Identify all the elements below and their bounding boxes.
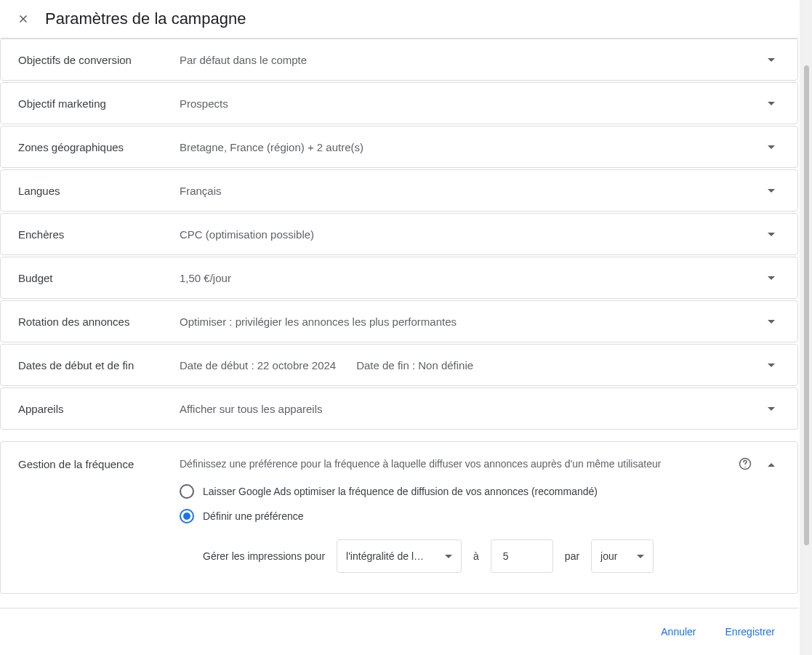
row-label: Budget [18,272,180,284]
help-icon[interactable] [738,457,752,471]
per-label: par [565,550,579,562]
scope-dropdown[interactable]: l'intégralité de l… [337,539,462,573]
chevron-down-icon [763,182,780,199]
chevron-down-icon [763,356,780,374]
row-label: Gestion de la fréquence [18,457,180,470]
close-icon [17,12,30,25]
row-value: Français [180,185,763,197]
impression-count-input[interactable] [491,539,553,573]
end-date-value: Date de fin : Non définie [356,359,473,371]
save-button[interactable]: Enregistrer [720,622,781,642]
frequency-description: Définissez une préférence pour la fréque… [180,457,729,471]
radio-label: Définir une préférence [203,510,304,522]
radio-checked-icon [180,509,194,523]
radio-option-manual[interactable]: Définir une préférence [180,509,729,523]
modal-title: Paramètres de la campagne [45,9,246,28]
row-value: Par défaut dans le compte [180,54,763,66]
radio-label: Laisser Google Ads optimiser la fréquenc… [203,486,598,497]
row-bidding[interactable]: Enchères CPC (optimisation possible) [0,213,798,255]
chevron-down-icon [763,400,780,417]
chevron-down-icon [763,51,780,68]
dropdown-value: jour [600,550,631,562]
row-value: Date de début : 22 octobre 2024 Date de … [180,359,763,371]
scrollbar-track [800,0,812,655]
dropdown-arrow-icon [637,555,644,558]
chevron-down-icon [763,269,780,286]
chevron-down-icon [763,95,780,112]
row-label: Objectif marketing [18,97,180,110]
chevron-down-icon [763,313,780,330]
chevron-down-icon [763,138,780,156]
chevron-down-icon [763,225,780,243]
scrollbar-thumb[interactable] [804,65,809,545]
dropdown-value: l'intégralité de l… [346,550,439,562]
dropdown-arrow-icon [445,555,452,558]
row-devices[interactable]: Appareils Afficher sur tous les appareil… [0,387,798,430]
row-label: Appareils [18,403,180,415]
settings-content: Objectifs de conversion Par défaut dans … [0,39,798,608]
frequency-preference-controls: Gérer les impressions pour l'intégralité… [203,539,729,573]
radio-option-auto[interactable]: Laisser Google Ads optimiser la fréquenc… [180,484,729,499]
row-value: Prospects [180,97,763,110]
row-budget[interactable]: Budget 1,50 €/jour [0,257,798,299]
manage-impressions-label: Gérer les impressions pour [203,550,325,562]
row-label: Dates de début et de fin [18,359,180,371]
row-languages[interactable]: Langues Français [0,169,798,212]
svg-point-1 [744,467,745,467]
modal-header: Paramètres de la campagne [0,0,798,39]
start-date-value: Date de début : 22 octobre 2024 [180,359,336,371]
row-label: Objectifs de conversion [18,54,180,66]
radio-unchecked-icon [180,484,194,499]
row-value: Afficher sur tous les appareils [180,403,763,415]
modal-footer: Annuler Enregistrer [0,608,798,655]
period-dropdown[interactable]: jour [591,539,654,573]
row-label: Rotation des annonces [18,316,180,328]
row-geographic-zones[interactable]: Zones géographiques Bretagne, France (ré… [0,126,798,168]
cancel-button[interactable]: Annuler [655,622,702,642]
row-value: 1,50 €/jour [180,272,763,284]
close-button[interactable] [15,10,32,28]
row-marketing-objective[interactable]: Objectif marketing Prospects [0,82,798,124]
chevron-up-icon[interactable] [763,457,780,474]
row-value: Optimiser : privilégier les annonces les… [180,316,763,328]
row-frequency-management: Gestion de la fréquence Définissez une p… [0,441,798,594]
row-value: Bretagne, France (région) + 2 autre(s) [180,141,763,153]
row-label: Zones géographiques [18,141,180,153]
row-ad-rotation[interactable]: Rotation des annonces Optimiser : privil… [0,300,798,342]
row-label: Enchères [18,228,180,241]
count-value[interactable] [503,550,541,562]
row-start-end-dates[interactable]: Dates de début et de fin Date de début :… [0,344,798,386]
row-value: CPC (optimisation possible) [180,228,763,241]
row-label: Langues [18,185,180,197]
row-conversion-objectives[interactable]: Objectifs de conversion Par défaut dans … [0,39,798,81]
campaign-settings-modal: Paramètres de la campagne Objectifs de c… [0,0,798,655]
to-label: à [473,550,479,562]
